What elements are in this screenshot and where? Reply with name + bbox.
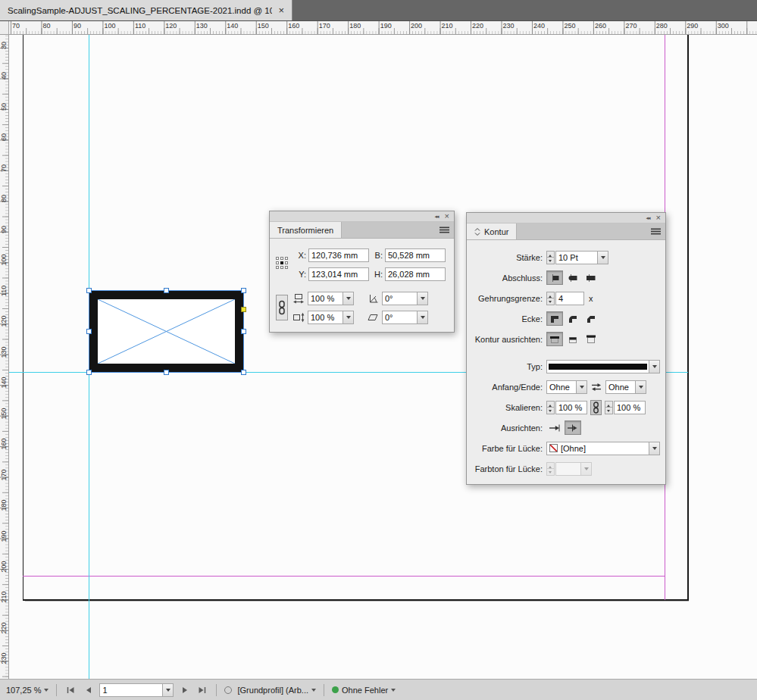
gap-color-dropdown-arrow[interactable] — [649, 442, 660, 455]
selection-handle-se[interactable] — [241, 370, 246, 375]
arrow-scale-end-stepper[interactable] — [605, 401, 613, 414]
end-arrow-dropdown-arrow[interactable] — [636, 380, 646, 394]
stroke-type-dropdown-arrow[interactable] — [649, 360, 660, 373]
reference-point-proxy[interactable] — [276, 257, 291, 272]
selection-handle-w[interactable] — [86, 329, 92, 334]
projecting-cap-button[interactable] — [583, 270, 599, 285]
arrow-scale-start-stepper[interactable] — [546, 401, 555, 414]
proxy-point[interactable] — [276, 266, 279, 269]
y-field[interactable] — [308, 267, 369, 281]
proxy-point[interactable] — [285, 257, 288, 260]
round-cap-button[interactable] — [565, 270, 581, 285]
panel-menu-icon[interactable] — [651, 228, 661, 235]
stroke-weight-stepper[interactable] — [546, 251, 555, 264]
stroke-weight-dropdown-arrow[interactable] — [598, 251, 608, 264]
page-number-dropdown-arrow[interactable] — [163, 683, 174, 697]
arrow-align-inside-button[interactable] — [546, 420, 563, 435]
arrow-align-outside-button[interactable] — [565, 420, 581, 435]
status-bar: 107,25 % [Grundprofil] (Arb... Ohne Fehl… — [0, 679, 757, 700]
selection-handle-n[interactable] — [164, 288, 169, 293]
next-page-button[interactable] — [179, 684, 191, 696]
rotation-dropdown-arrow[interactable] — [418, 292, 428, 305]
preflight-profile-value: [Grundprofil] (Arb... — [237, 686, 308, 695]
stroke-weight-field[interactable] — [555, 251, 598, 264]
first-page-button[interactable] — [64, 684, 77, 696]
align-stroke-inside-button[interactable] — [565, 332, 581, 346]
align-stroke-center-button[interactable] — [546, 332, 563, 346]
last-page-button[interactable] — [196, 684, 208, 696]
collapse-panel-icon[interactable]: ◂◂ — [646, 215, 650, 220]
previous-page-button[interactable] — [82, 684, 94, 696]
butt-cap-button[interactable] — [546, 270, 563, 285]
separator — [216, 684, 217, 696]
start-arrow-combo[interactable] — [546, 380, 587, 394]
canvas-pasteboard[interactable]: ◂◂ × Transformieren X: B: Y: — [9, 35, 757, 679]
panel-menu-icon[interactable] — [439, 227, 449, 233]
start-arrow-dropdown-arrow[interactable] — [577, 380, 587, 394]
end-arrow-field[interactable] — [605, 380, 636, 394]
ruler-number: 90 — [0, 223, 8, 236]
transform-panel-tab-row: Transformieren — [270, 222, 454, 239]
height-field[interactable] — [385, 267, 446, 281]
tab-transformieren[interactable]: Transformieren — [270, 222, 342, 238]
page-number-combo[interactable] — [99, 683, 174, 697]
preflight-status-dropdown[interactable]: Ohne Fehler — [332, 686, 396, 695]
start-arrow-field[interactable] — [546, 380, 577, 394]
width-field[interactable] — [385, 248, 446, 262]
selection-handle-ne[interactable] — [241, 288, 246, 293]
proxy-point[interactable] — [276, 257, 279, 260]
rotation-field[interactable] — [382, 292, 418, 305]
live-corner-widget[interactable] — [241, 307, 246, 312]
stroke-type-combo[interactable] — [546, 360, 660, 373]
page-number-field[interactable] — [99, 683, 163, 697]
miter-limit-field[interactable] — [555, 292, 584, 305]
ruler-number: 270 — [625, 22, 637, 30]
selection-handle-e[interactable] — [241, 329, 246, 334]
scale-x-dropdown-arrow[interactable] — [343, 292, 354, 305]
preflight-profile-dropdown[interactable]: [Grundprofil] (Arb... — [237, 686, 316, 695]
selected-frame[interactable] — [89, 290, 244, 373]
link-arrow-scales-chain-icon[interactable] — [590, 400, 602, 415]
proxy-point[interactable] — [285, 266, 288, 269]
scale-y-dropdown-arrow[interactable] — [343, 311, 354, 324]
constrain-proportions-chain-icon[interactable] — [276, 295, 288, 320]
proxy-point-center[interactable] — [280, 261, 283, 264]
document-tab[interactable]: ScalingSample-ADJUST_SCALING_PERCENTAGE-… — [0, 0, 292, 20]
bevel-join-button[interactable] — [583, 311, 599, 326]
ruler-number: 210 — [442, 22, 453, 30]
width-label: B: — [371, 251, 383, 260]
miter-join-button[interactable] — [546, 311, 563, 326]
horizontal-ruler[interactable]: 7080901001101201301401501601701801902002… — [9, 21, 757, 35]
proxy-point[interactable] — [280, 266, 283, 269]
close-panel-icon[interactable]: × — [656, 214, 661, 222]
zoom-level-dropdown[interactable]: 107,25 % — [6, 686, 48, 695]
ruler-number: 150 — [0, 408, 8, 420]
miter-limit-stepper[interactable] — [546, 292, 555, 305]
scale-x-field[interactable] — [308, 292, 343, 305]
tab-kontur[interactable]: Kontur — [467, 223, 517, 239]
scale-y-field[interactable] — [308, 311, 343, 324]
selection-handle-sw[interactable] — [86, 370, 92, 375]
close-tab-icon[interactable]: × — [278, 5, 284, 15]
end-arrow-combo[interactable] — [605, 380, 646, 394]
align-stroke-outside-button[interactable] — [583, 332, 599, 346]
background-tasks-icon[interactable] — [224, 686, 232, 694]
collapse-panel-icon[interactable]: ◂◂ — [435, 214, 439, 219]
close-panel-icon[interactable]: × — [445, 212, 449, 220]
gap-color-combo[interactable]: [Ohne] — [546, 442, 660, 455]
proxy-point[interactable] — [276, 261, 279, 264]
arrow-scale-start-field[interactable] — [555, 401, 587, 414]
swap-start-end-icon[interactable] — [590, 383, 602, 392]
selection-handle-s[interactable] — [164, 370, 169, 375]
selection-handle-nw[interactable] — [86, 288, 92, 293]
vertical-ruler[interactable]: 3040506070809010011012013014015016017018… — [0, 35, 9, 679]
proxy-point[interactable] — [280, 257, 283, 260]
shear-field[interactable] — [382, 311, 418, 324]
x-field[interactable] — [308, 248, 369, 262]
shear-dropdown-arrow[interactable] — [418, 311, 428, 324]
ruler-origin-box[interactable] — [0, 21, 9, 35]
proxy-point[interactable] — [285, 261, 288, 264]
margin-guide-bottom[interactable] — [23, 576, 665, 577]
arrow-scale-end-field[interactable] — [614, 401, 646, 414]
round-join-button[interactable] — [565, 311, 581, 326]
